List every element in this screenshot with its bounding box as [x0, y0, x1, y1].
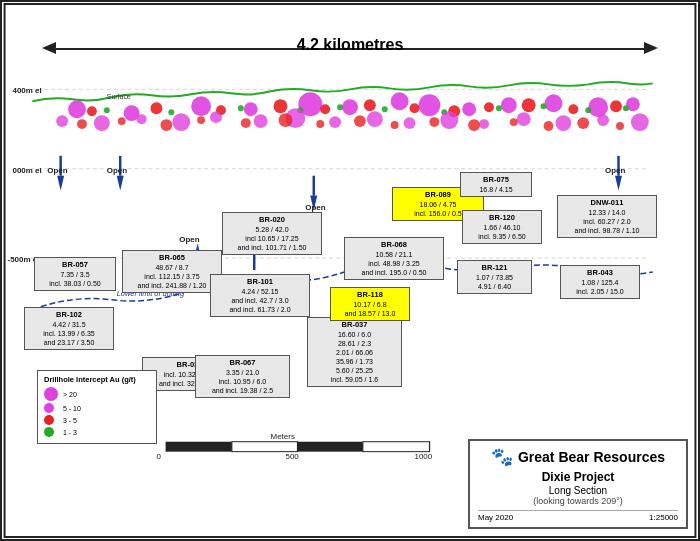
svg-point-10 [191, 96, 211, 116]
section-label: Long Section [478, 485, 678, 496]
svg-point-29 [484, 102, 494, 112]
svg-point-56 [517, 112, 531, 126]
company-header: 🐾 Great Bear Resources [478, 446, 678, 468]
svg-point-59 [631, 113, 649, 131]
legend-label-2: 5 - 10 [63, 405, 81, 412]
svg-point-37 [337, 104, 343, 110]
svg-point-30 [522, 98, 536, 112]
meta-row: May 2020 1:25000 [478, 510, 678, 522]
svg-text:1000: 1000 [415, 452, 433, 461]
legend-dot-green [44, 427, 54, 437]
svg-rect-99 [363, 442, 430, 452]
km-arrow: 4.2 kilometres [32, 38, 668, 58]
svg-point-52 [367, 111, 383, 127]
svg-text:400m el: 400m el [13, 86, 42, 95]
svg-text:Open: Open [107, 166, 127, 175]
main-container: 4.2 kilometres 400m el 000m el -500m el … [0, 0, 700, 541]
svg-point-63 [197, 116, 205, 124]
svg-point-12 [298, 92, 322, 116]
svg-point-69 [429, 117, 439, 127]
svg-rect-97 [232, 442, 298, 452]
svg-point-27 [410, 103, 420, 113]
svg-point-45 [94, 115, 110, 131]
svg-point-54 [440, 111, 458, 129]
project-name: Dixie Project [478, 470, 678, 484]
svg-text:Open: Open [47, 166, 67, 175]
drill-box-br101: BR-101 4.24 / 52.15 and incl. 42.7 / 3.0… [210, 274, 310, 317]
svg-point-13 [342, 99, 358, 115]
svg-point-22 [150, 102, 162, 114]
svg-point-25 [320, 104, 330, 114]
svg-point-23 [216, 105, 226, 115]
svg-point-21 [87, 106, 97, 116]
svg-text:000m el: 000m el [13, 166, 42, 175]
legend-item-2: 5 - 10 [44, 403, 150, 413]
company-name: Great Bear Resources [518, 449, 665, 465]
drill-box-br020: BR-020 5.28 / 42.0 incl 10.65 / 17.25 an… [222, 212, 322, 255]
svg-point-66 [316, 120, 324, 128]
svg-marker-79 [310, 196, 317, 211]
svg-point-55 [479, 119, 489, 129]
legend-dot-red [44, 415, 54, 425]
svg-text:500: 500 [285, 452, 299, 461]
svg-point-26 [364, 99, 376, 111]
drill-box-br037: BR-037 16.60 / 6.0 28.61 / 2.3 2.01 / 66… [307, 317, 402, 387]
drill-box-br121: BR-121 1.07 / 73.85 4.91 / 6.40 [457, 260, 532, 294]
direction-label: (looking towards 209°) [478, 496, 678, 506]
svg-point-34 [168, 109, 174, 115]
drill-box-br068: BR-068 10.58 / 21.1 incl. 48.98 / 3.25 a… [344, 237, 444, 280]
svg-point-17 [501, 97, 517, 113]
svg-point-14 [391, 92, 409, 110]
svg-point-33 [104, 107, 110, 113]
drill-box-br075: BR-075 16.8 / 4.15 [460, 172, 532, 197]
svg-point-40 [496, 105, 502, 111]
drill-box-br065: BR-065 48.67 / 8.7 incl. 112.15 / 3.75 a… [122, 250, 222, 293]
legend-item-4: 1 - 3 [44, 427, 150, 437]
svg-point-62 [160, 119, 172, 131]
svg-point-64 [241, 118, 251, 128]
drill-box-br118: BR-118 10.17 / 6.8 and 18.57 / 13.0 [330, 287, 410, 321]
company-box: 🐾 Great Bear Resources Dixie Project Lon… [468, 439, 688, 529]
svg-point-39 [441, 109, 447, 115]
legend-label-1: > 20 [63, 391, 77, 398]
svg-point-31 [568, 104, 578, 114]
legend-item-3: 3 - 5 [44, 415, 150, 425]
svg-point-32 [610, 100, 622, 112]
svg-point-36 [297, 107, 303, 113]
svg-point-44 [56, 115, 68, 127]
drill-box-br102: BR-102 4.42 / 31.5 incl. 13.99 / 6.35 an… [24, 307, 114, 350]
legend-box: Drillhole Intercept Au (g/t) > 20 5 - 10… [37, 370, 157, 444]
svg-point-20 [626, 97, 640, 111]
svg-point-67 [354, 115, 366, 127]
svg-point-43 [623, 105, 629, 111]
svg-point-74 [616, 122, 624, 130]
legend-dot-med-pink [44, 403, 54, 413]
drill-box-br057: BR-057 7.35 / 3.5 incl. 38.03 / 0.50 [34, 257, 116, 291]
svg-point-73 [577, 117, 589, 129]
svg-point-35 [238, 105, 244, 111]
svg-point-47 [172, 113, 190, 131]
legend-label-4: 1 - 3 [63, 429, 77, 436]
legend-dot-large [44, 387, 58, 401]
svg-point-49 [254, 114, 268, 128]
svg-point-42 [585, 107, 591, 113]
svg-point-70 [468, 119, 480, 131]
legend-label-3: 3 - 5 [63, 417, 77, 424]
svg-text:Meters: Meters [271, 432, 295, 441]
svg-point-15 [418, 94, 440, 116]
svg-point-57 [555, 115, 571, 131]
drill-box-dnw011: DNW-011 12.33 / 14.0 incl. 60.27 / 2.0 a… [557, 195, 657, 238]
svg-point-9 [124, 105, 140, 121]
svg-point-58 [597, 114, 609, 126]
title-text: 4.2 kilometres [32, 36, 668, 54]
svg-text:0: 0 [156, 452, 161, 461]
svg-point-50 [285, 108, 305, 128]
svg-point-24 [274, 99, 288, 113]
svg-point-61 [118, 117, 126, 125]
bear-paw-icon: 🐾 [491, 446, 513, 468]
svg-text:Open: Open [605, 166, 625, 175]
svg-point-60 [77, 119, 87, 129]
svg-point-41 [541, 103, 547, 109]
svg-point-28 [448, 105, 460, 117]
drill-box-br120: BR-120 1.66 / 46.10 incl. 9.35 / 6.50 [462, 210, 542, 244]
